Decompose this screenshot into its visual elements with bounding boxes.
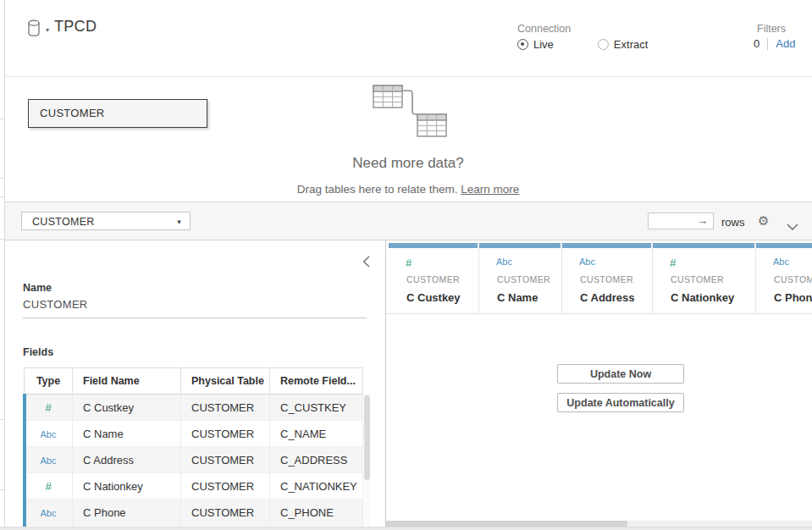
- connection-label: Connection: [517, 23, 571, 35]
- datasource-title: TPCD: [54, 18, 97, 36]
- pane-tick: [0, 178, 4, 179]
- column-accent-bar: [653, 243, 754, 248]
- column-field-name: C Address: [580, 291, 635, 304]
- column-accent-bar: [756, 243, 812, 248]
- collapse-preview-chevron-icon[interactable]: [787, 218, 798, 234]
- datasource-header: ▾ TPCD Connection Live Extract Filters 0…: [5, 0, 812, 77]
- grid-column-c-address[interactable]: Abc CUSTOMER C Address: [562, 243, 653, 314]
- database-icon: [27, 25, 41, 40]
- column-table-name: CUSTOMER: [580, 274, 633, 284]
- canvas-table-node-customer[interactable]: CUSTOMER: [28, 99, 207, 128]
- number-type-icon[interactable]: #: [45, 401, 51, 414]
- filters-separator: [767, 38, 768, 50]
- field-name-cell[interactable]: C Name: [73, 421, 181, 447]
- string-type-icon: Abc: [496, 257, 512, 267]
- table-select-value: CUSTOMER: [32, 216, 95, 228]
- filters-count: 0: [754, 37, 760, 50]
- filters-label: Filters: [757, 23, 786, 35]
- gear-icon[interactable]: ⚙: [758, 213, 769, 229]
- apply-arrow-icon: →: [697, 214, 708, 227]
- column-table-name: CUSTOMER: [671, 274, 724, 284]
- field-row-c-address[interactable]: Abc C Address CUSTOMER C_ADDRESS: [25, 447, 363, 473]
- update-automatically-button[interactable]: Update Automatically: [557, 393, 684, 412]
- column-accent-bar: [479, 243, 561, 248]
- pane-tick: [0, 419, 4, 420]
- live-radio[interactable]: [517, 39, 528, 50]
- remote-field-cell: C_CUSTKEY: [270, 395, 363, 421]
- column-field-name: C Nationkey: [671, 291, 734, 304]
- pane-tick: [0, 489, 4, 490]
- selected-rows-accent-bar: [23, 394, 26, 527]
- empty-state-subtext-text: Drag tables here to relate them.: [297, 183, 461, 196]
- table-name-input[interactable]: CUSTOMER: [23, 298, 367, 318]
- related-tables-illustration-icon: [371, 80, 451, 144]
- physical-table-cell: CUSTOMER: [181, 395, 270, 421]
- fields-col-field-name: Field Name: [73, 368, 181, 395]
- grid-column-c-nationkey[interactable]: # CUSTOMER C Nationkey: [653, 243, 756, 314]
- string-type-icon: Abc: [579, 257, 595, 267]
- datasource-menu-button[interactable]: ▾: [27, 19, 52, 38]
- column-field-name: C Custkey: [406, 291, 461, 304]
- column-field-name: C Name: [497, 291, 538, 304]
- pane-tick: [0, 239, 4, 240]
- column-table-name: CUSTOMER: [774, 274, 812, 284]
- number-type-icon[interactable]: #: [45, 480, 51, 493]
- fields-label: Fields: [23, 346, 53, 358]
- chevron-down-icon: ▾: [177, 213, 181, 231]
- chevron-down-icon: ▾: [46, 26, 49, 34]
- fields-table: Type Field Name Physical Table Remote Fi…: [24, 367, 363, 527]
- column-accent-bar: [389, 243, 478, 248]
- physical-table-cell: CUSTOMER: [181, 473, 270, 500]
- column-field-name: C Phone: [774, 291, 812, 304]
- field-name-cell[interactable]: C Phone: [73, 500, 181, 526]
- remote-field-cell: C_NAME: [270, 421, 363, 447]
- string-type-icon: Abc: [773, 257, 789, 267]
- bottom-edge-strip: [0, 527, 812, 530]
- collapsed-left-pane-edge[interactable]: [0, 0, 5, 530]
- filters-add-link[interactable]: Add: [776, 37, 795, 50]
- collapse-panel-button[interactable]: [362, 256, 373, 268]
- fields-vertical-scrollbar[interactable]: [364, 394, 370, 526]
- field-row-c-nationkey[interactable]: # C Nationkey CUSTOMER C_NATIONKEY: [25, 473, 363, 500]
- scrollbar-thumb[interactable]: [386, 521, 627, 527]
- scrollbar-thumb[interactable]: [364, 395, 370, 480]
- grid-column-c-phone[interactable]: Abc CUSTOMER C Phone: [756, 243, 812, 314]
- live-radio-label[interactable]: Live: [533, 38, 554, 51]
- extract-radio-label[interactable]: Extract: [614, 38, 648, 51]
- learn-more-link[interactable]: Learn more: [461, 183, 519, 196]
- column-accent-bar: [562, 243, 651, 248]
- fields-col-type: Type: [25, 368, 73, 395]
- field-row-c-name[interactable]: Abc C Name CUSTOMER C_NAME: [25, 421, 363, 447]
- grid-horizontal-scrollbar[interactable]: [386, 521, 812, 527]
- empty-state-heading: Need more data?: [239, 155, 577, 172]
- rows-count-input[interactable]: →: [648, 213, 714, 229]
- column-table-name: CUSTOMER: [497, 274, 550, 284]
- field-row-partial: [25, 526, 363, 527]
- field-row-c-custkey[interactable]: # C Custkey CUSTOMER C_CUSTKEY: [25, 395, 363, 421]
- field-name-cell[interactable]: C Custkey: [73, 395, 181, 421]
- table-select-dropdown[interactable]: CUSTOMER ▾: [21, 212, 191, 230]
- string-type-icon[interactable]: Abc: [41, 429, 57, 439]
- field-name-cell[interactable]: C Nationkey: [73, 473, 181, 500]
- field-row-c-phone[interactable]: Abc C Phone CUSTOMER C_PHONE: [25, 500, 363, 526]
- connection-radio-group: Live Extract: [517, 38, 648, 51]
- panel-divider[interactable]: [385, 240, 386, 527]
- name-label: Name: [23, 282, 52, 294]
- fields-col-physical-table: Physical Table: [181, 368, 270, 395]
- physical-table-cell: CUSTOMER: [181, 500, 270, 526]
- grid-column-c-custkey[interactable]: # CUSTOMER C Custkey: [389, 243, 479, 314]
- number-type-icon: #: [406, 257, 412, 269]
- string-type-icon[interactable]: Abc: [41, 455, 57, 466]
- grid-column-c-name[interactable]: Abc CUSTOMER C Name: [479, 243, 562, 314]
- rows-label: rows: [721, 216, 744, 229]
- field-name-cell[interactable]: C Address: [73, 447, 181, 473]
- column-table-name: CUSTOMER: [406, 274, 460, 284]
- empty-state-subtext: Drag tables here to relate them. Learn m…: [196, 183, 620, 196]
- pane-tick: [0, 119, 4, 119]
- extract-radio[interactable]: [598, 39, 609, 50]
- string-type-icon[interactable]: Abc: [41, 508, 57, 518]
- update-now-button[interactable]: Update Now: [557, 364, 684, 384]
- physical-table-cell: CUSTOMER: [181, 447, 270, 473]
- remote-field-cell: C_NATIONKEY: [270, 473, 363, 500]
- physical-table-cell: CUSTOMER: [181, 421, 270, 447]
